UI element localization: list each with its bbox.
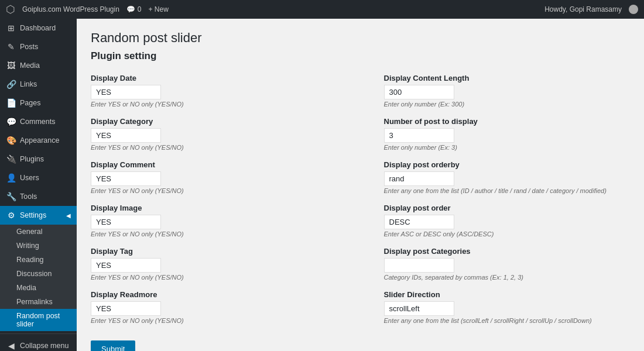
main-content: Random post slider Plugin setting Displa…	[77, 19, 644, 351]
sidebar-item-collapse[interactable]: ◀ Collapse menu	[0, 336, 77, 351]
sidebar-item-discussion[interactable]: Discussion	[0, 267, 77, 281]
submit-button[interactable]: Submit	[91, 340, 135, 351]
pages-icon: 📄	[6, 98, 16, 108]
display-date-hint: Enter YES or NO only (YES/NO)	[91, 101, 337, 108]
sidebar-item-settings[interactable]: ⚙ Settings ◀	[0, 206, 77, 225]
display-readmore-hint: Enter YES or NO only (YES/NO)	[91, 317, 337, 324]
sidebar-item-appearance[interactable]: 🎨 Appearance	[0, 131, 77, 150]
post-order-input[interactable]	[384, 215, 454, 229]
post-orderby-input[interactable]	[384, 171, 454, 186]
content-length-hint: Enter only number (Ex: 300)	[384, 101, 631, 108]
sidebar-item-posts[interactable]: ✎ Posts	[0, 37, 77, 56]
comment-count: 0	[138, 5, 142, 13]
display-image-label: Display Image	[91, 204, 337, 212]
display-image-input[interactable]	[91, 215, 161, 229]
sidebar-sub-label: Reading	[16, 256, 44, 264]
sidebar-sub-label: Random post slider	[16, 312, 71, 328]
display-image-hint: Enter YES or NO only (YES/NO)	[91, 230, 337, 238]
tools-icon: 🔧	[6, 192, 16, 201]
display-comment-label: Display Comment	[91, 160, 337, 169]
sidebar-item-random-post-slider[interactable]: Random post slider	[0, 309, 77, 331]
sidebar-item-writing[interactable]: Writing	[0, 239, 77, 253]
display-tag-input[interactable]	[91, 258, 161, 273]
sidebar-item-comments[interactable]: 💬 Comments	[0, 112, 77, 131]
display-tag-label: Display Tag	[91, 247, 337, 256]
sidebar-sub-label: Collapse menu	[20, 342, 68, 350]
number-of-post-input[interactable]	[384, 128, 454, 143]
display-comment-hint: Enter YES or NO only (YES/NO)	[91, 187, 337, 194]
sidebar-sub-label: General	[16, 228, 42, 236]
post-order-label: Display post order	[384, 204, 631, 212]
settings-icon: ⚙	[6, 211, 16, 220]
post-orderby-label: Display post orderby	[384, 160, 631, 169]
right-column: Display Content Length Enter only number…	[384, 74, 631, 351]
display-readmore-input[interactable]	[91, 301, 161, 316]
howdy-text: Howdy, Gopi Ramasamy	[544, 5, 622, 13]
post-categories-input[interactable]	[384, 258, 454, 273]
page-title: Random post slider	[91, 30, 630, 46]
slider-direction-input[interactable]	[384, 301, 454, 316]
site-name[interactable]: Goiplus.com WordPress Plugin	[22, 5, 119, 13]
comment-icon: 💬	[126, 5, 135, 13]
form-group-display-category: Display Category Enter YES or NO only (Y…	[91, 117, 337, 151]
sidebar-sub-label: Writing	[16, 242, 39, 250]
users-icon: 👤	[6, 173, 16, 183]
plugin-subtitle: Plugin setting	[91, 50, 630, 62]
posts-icon: ✎	[6, 42, 16, 51]
sidebar-item-links[interactable]: 🔗 Links	[0, 75, 77, 94]
slider-direction-hint: Enter any one from the list (scrollLeft …	[384, 317, 631, 324]
sidebar-sub-label: Discussion	[16, 270, 52, 278]
sidebar-item-label: Posts	[20, 43, 38, 51]
collapse-icon: ◀	[6, 341, 16, 350]
sidebar-item-label: Media	[20, 61, 40, 70]
sidebar-item-reading[interactable]: Reading	[0, 253, 77, 267]
sidebar: ⊞ Dashboard ✎ Posts 🖼 Media 🔗 Links 📄 Pa…	[0, 19, 77, 351]
display-comment-input[interactable]	[91, 171, 161, 186]
form-group-content-length: Display Content Length Enter only number…	[384, 74, 631, 108]
display-category-input[interactable]	[91, 128, 161, 143]
form-group-display-date: Display Date Enter YES or NO only (YES/N…	[91, 74, 337, 108]
sidebar-item-pages[interactable]: 📄 Pages	[0, 94, 77, 112]
sidebar-sub-label: Media	[16, 284, 36, 292]
sidebar-item-label: Settings	[20, 211, 46, 219]
sidebar-item-media[interactable]: 🖼 Media	[0, 56, 77, 75]
sidebar-item-permalinks[interactable]: Permalinks	[0, 295, 77, 309]
display-date-label: Display Date	[91, 74, 337, 82]
form-group-post-categories: Display post Categories Category IDs, se…	[384, 247, 631, 281]
wp-logo-icon: ⬡	[6, 3, 15, 16]
comment-bubble[interactable]: 💬 0	[126, 5, 142, 13]
form-group-post-orderby: Display post orderby Enter any one from …	[384, 160, 631, 194]
settings-submenu: General Writing Reading Discussion Media…	[0, 225, 77, 331]
form-group-display-image: Display Image Enter YES or NO only (YES/…	[91, 204, 337, 238]
form-group-number-of-post: Number of post to display Enter only num…	[384, 117, 631, 151]
post-orderby-hint: Enter any one from the list (ID / author…	[384, 187, 631, 194]
sidebar-sub-label: Permalinks	[16, 298, 53, 306]
appearance-icon: 🎨	[6, 136, 16, 145]
form-group-post-order: Display post order Enter ASC or DESC onl…	[384, 204, 631, 238]
sidebar-item-label: Tools	[20, 192, 37, 201]
sidebar-item-users[interactable]: 👤 Users	[0, 168, 77, 187]
content-length-input[interactable]	[384, 85, 454, 99]
form-group-display-comment: Display Comment Enter YES or NO only (YE…	[91, 160, 337, 194]
sidebar-item-dashboard[interactable]: ⊞ Dashboard	[0, 19, 77, 37]
slider-direction-label: Slider Direction	[384, 290, 631, 299]
sidebar-item-general[interactable]: General	[0, 225, 77, 239]
admin-bar: ⬡ Goiplus.com WordPress Plugin 💬 0 + New…	[0, 0, 644, 19]
content-length-label: Display Content Length	[384, 74, 631, 82]
sidebar-item-media-sub[interactable]: Media	[0, 281, 77, 295]
chevron-right-icon: ◀	[66, 212, 71, 219]
sidebar-item-plugins[interactable]: 🔌 Plugins	[0, 150, 77, 168]
media-icon: 🖼	[6, 61, 16, 70]
sidebar-item-label: Dashboard	[20, 24, 56, 32]
number-of-post-label: Number of post to display	[384, 117, 631, 126]
form-group-display-tag: Display Tag Enter YES or NO only (YES/NO…	[91, 247, 337, 281]
sidebar-item-tools[interactable]: 🔧 Tools	[0, 187, 77, 206]
plugins-icon: 🔌	[6, 154, 16, 164]
post-order-hint: Enter ASC or DESC only (ASC/DESC)	[384, 230, 631, 238]
post-categories-label: Display post Categories	[384, 247, 631, 256]
sidebar-item-label: Users	[20, 174, 39, 182]
form-columns: Display Date Enter YES or NO only (YES/N…	[91, 74, 630, 351]
display-category-label: Display Category	[91, 117, 337, 126]
new-button[interactable]: + New	[149, 5, 169, 13]
display-date-input[interactable]	[91, 85, 161, 99]
